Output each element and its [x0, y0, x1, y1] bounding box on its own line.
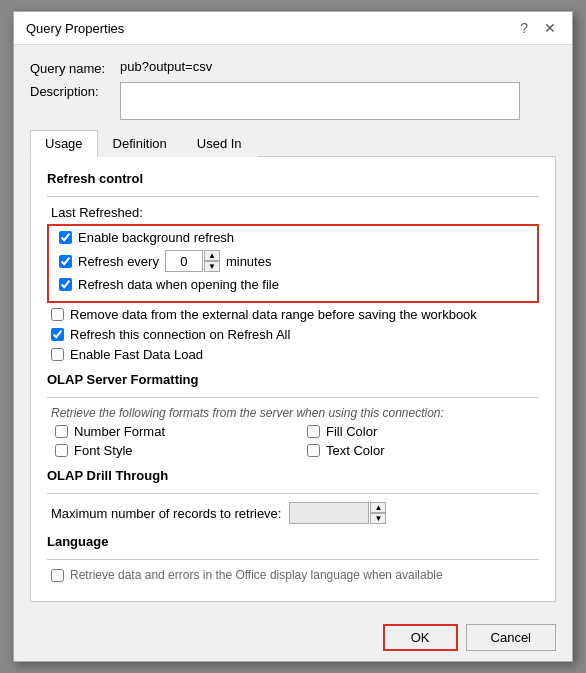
enable-bg-refresh-checkbox[interactable]: [59, 231, 72, 244]
refresh-every-unit: minutes: [226, 254, 272, 269]
enable-fast-load-checkbox[interactable]: [51, 348, 64, 361]
remove-before-save-row: Remove data from the external data range…: [47, 307, 539, 322]
query-name-row: Query name: pub?output=csv: [30, 59, 556, 76]
text-color-checkbox[interactable]: [307, 444, 320, 457]
language-label: Retrieve data and errors in the Office d…: [70, 568, 443, 582]
language-section-title: Language: [47, 534, 539, 549]
refresh-section-title: Refresh control: [47, 171, 539, 186]
drill-spinner-up[interactable]: ▲: [370, 502, 386, 513]
tabs-bar: Usage Definition Used In: [30, 130, 556, 157]
number-format-checkbox[interactable]: [55, 425, 68, 438]
dialog-window: Query Properties ? ✕ Query name: pub?out…: [13, 11, 573, 662]
tab-definition[interactable]: Definition: [98, 130, 182, 157]
fill-color-checkbox[interactable]: [307, 425, 320, 438]
spinner-buttons: ▲ ▼: [204, 250, 220, 272]
spinner-up[interactable]: ▲: [204, 250, 220, 261]
remove-before-save-checkbox[interactable]: [51, 308, 64, 321]
cancel-button[interactable]: Cancel: [466, 624, 556, 651]
font-style-checkbox[interactable]: [55, 444, 68, 457]
drill-section-title: OLAP Drill Through: [47, 468, 539, 483]
query-name-value: pub?output=csv: [120, 59, 212, 74]
refresh-on-open-checkbox[interactable]: [59, 278, 72, 291]
max-records-label: Maximum number of records to retrieve:: [51, 506, 281, 521]
enable-bg-refresh-row: Enable background refresh: [55, 230, 531, 245]
bottom-buttons: OK Cancel: [14, 614, 572, 661]
fill-color-row: Fill Color: [307, 424, 539, 439]
title-icons: ? ✕: [516, 20, 560, 36]
refresh-every-input[interactable]: [165, 250, 203, 272]
remove-before-save-label: Remove data from the external data range…: [70, 307, 477, 322]
tab-used-in[interactable]: Used In: [182, 130, 257, 157]
refresh-every-checkbox[interactable]: [59, 255, 72, 268]
fill-color-label: Fill Color: [326, 424, 377, 439]
refresh-on-open-label: Refresh data when opening the file: [78, 277, 279, 292]
drill-spinner-down[interactable]: ▼: [370, 513, 386, 524]
text-color-label: Text Color: [326, 443, 385, 458]
drill-spinner-btns: ▲ ▼: [370, 502, 386, 524]
refresh-on-all-label: Refresh this connection on Refresh All: [70, 327, 290, 342]
font-style-label: Font Style: [74, 443, 133, 458]
drill-spinner: ▲ ▼: [289, 502, 386, 524]
refresh-spinner: ▲ ▼: [165, 250, 220, 272]
title-bar: Query Properties ? ✕: [14, 12, 572, 45]
enable-fast-load-label: Enable Fast Data Load: [70, 347, 203, 362]
enable-fast-load-row: Enable Fast Data Load: [47, 347, 539, 362]
refresh-on-all-checkbox[interactable]: [51, 328, 64, 341]
highlight-refresh-box: Enable background refresh Refresh every …: [47, 224, 539, 303]
dialog-body: Query name: pub?output=csv Description: …: [14, 45, 572, 614]
olap-description: Retrieve the following formats from the …: [47, 406, 539, 420]
tab-content: Refresh control Last Refreshed: Enable b…: [30, 157, 556, 602]
olap-section-title: OLAP Server Formatting: [47, 372, 539, 387]
drill-row: Maximum number of records to retrieve: ▲…: [47, 502, 539, 524]
dialog-title: Query Properties: [26, 21, 124, 36]
number-format-label: Number Format: [74, 424, 165, 439]
refresh-on-all-row: Refresh this connection on Refresh All: [47, 327, 539, 342]
help-button[interactable]: ?: [516, 20, 532, 36]
number-format-row: Number Format: [55, 424, 287, 439]
spinner-down[interactable]: ▼: [204, 261, 220, 272]
query-name-label: Query name:: [30, 59, 120, 76]
refresh-on-open-row: Refresh data when opening the file: [55, 277, 531, 292]
ok-button[interactable]: OK: [383, 624, 458, 651]
description-label: Description:: [30, 82, 120, 99]
olap-grid: Number Format Fill Color Font Style Text…: [47, 424, 539, 458]
close-button[interactable]: ✕: [540, 20, 560, 36]
font-style-row: Font Style: [55, 443, 287, 458]
drill-input[interactable]: [289, 502, 369, 524]
language-checkbox[interactable]: [51, 569, 64, 582]
tab-usage[interactable]: Usage: [30, 130, 98, 157]
last-refreshed-label: Last Refreshed:: [47, 205, 539, 220]
language-row: Retrieve data and errors in the Office d…: [47, 568, 539, 582]
text-color-row: Text Color: [307, 443, 539, 458]
enable-bg-refresh-label: Enable background refresh: [78, 230, 234, 245]
refresh-every-label: Refresh every: [78, 254, 159, 269]
refresh-every-row: Refresh every ▲ ▼ minutes: [55, 250, 531, 272]
description-row: Description:: [30, 82, 556, 120]
description-input[interactable]: [120, 82, 520, 120]
